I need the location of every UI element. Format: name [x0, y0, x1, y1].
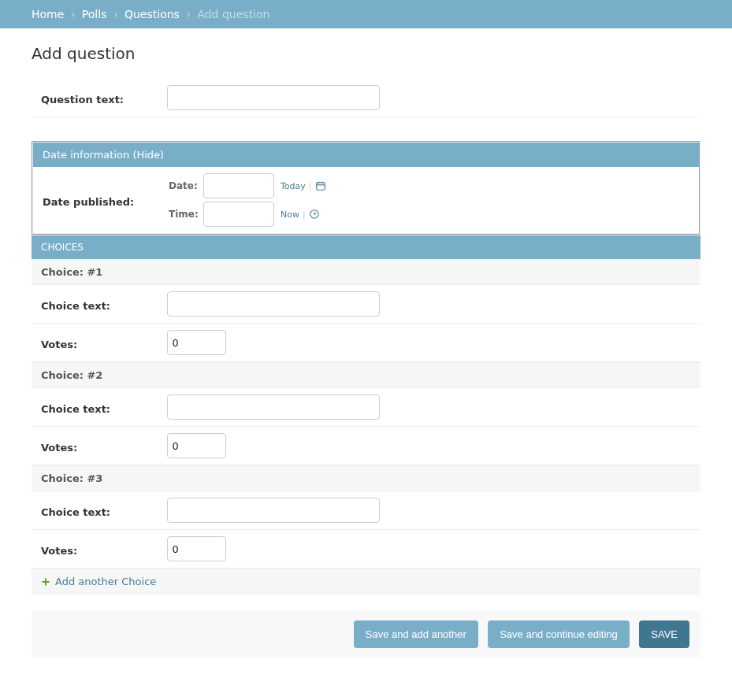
date-published-label: Date published: — [43, 193, 169, 208]
date-section-toggle[interactable]: (Hide) — [132, 149, 164, 161]
today-link[interactable]: Today — [281, 181, 306, 191]
choice-text-input-2[interactable] — [167, 394, 380, 420]
votes-input-1[interactable] — [167, 330, 226, 355]
submit-row: SAVE — [32, 611, 700, 657]
breadcrumb-model[interactable]: Questions — [124, 8, 180, 20]
svg-rect-8 — [43, 581, 50, 583]
now-link[interactable]: Now — [281, 209, 299, 220]
save-continue-button[interactable] — [488, 620, 630, 648]
choice-heading-1: Choice: #1 — [32, 259, 700, 285]
breadcrumb-app[interactable]: Polls — [82, 8, 107, 20]
calendar-icon[interactable] — [315, 180, 326, 191]
clock-icon[interactable] — [309, 209, 320, 220]
choice-text-label-1: Choice text: — [41, 297, 167, 312]
breadcrumb-sep: › — [113, 8, 118, 20]
plus-icon — [41, 577, 50, 587]
breadcrumb-sep: › — [186, 8, 191, 20]
choice-text-label-2: Choice text: — [41, 400, 167, 415]
time-input[interactable] — [203, 202, 274, 227]
breadcrumb-sep: › — [71, 8, 76, 20]
breadcrumb-home[interactable]: Home — [32, 8, 64, 20]
page-title: Add question — [32, 44, 700, 63]
breadcrumbs: Home › Polls › Questions › Add question — [0, 0, 732, 28]
save-button[interactable]: SAVE — [639, 620, 689, 648]
choice-heading-3: Choice: #3 — [32, 465, 700, 491]
save-add-another-button[interactable] — [354, 620, 478, 648]
question-module: Question text: — [32, 79, 700, 117]
choice-text-input-1[interactable] — [167, 291, 380, 317]
question-text-input[interactable] — [167, 85, 380, 110]
choices-module: CHOICES Choice: #1 Choice text: Votes: C… — [32, 235, 700, 595]
choice-heading-2: Choice: #2 — [32, 362, 700, 388]
choice-text-input-3[interactable] — [167, 498, 380, 523]
date-sub-label: Date: — [169, 180, 197, 191]
votes-input-3[interactable] — [167, 536, 226, 561]
choices-header: CHOICES — [32, 235, 700, 259]
date-information-fieldset: Date information (Hide) Date published: … — [32, 141, 700, 235]
time-sub-label: Time: — [169, 209, 197, 220]
breadcrumb-current: Add question — [197, 8, 269, 20]
votes-label-2: Votes: — [41, 439, 167, 454]
date-input[interactable] — [203, 173, 274, 198]
votes-label-3: Votes: — [41, 542, 167, 557]
add-another-choice[interactable]: Add another Choice — [41, 576, 156, 587]
votes-label-1: Votes: — [41, 335, 167, 350]
svg-rect-0 — [316, 183, 325, 190]
choice-text-label-3: Choice text: — [41, 503, 167, 518]
question-text-label: Question text: — [41, 91, 167, 106]
votes-input-2[interactable] — [167, 433, 226, 458]
date-section-title: Date information — [43, 149, 129, 161]
